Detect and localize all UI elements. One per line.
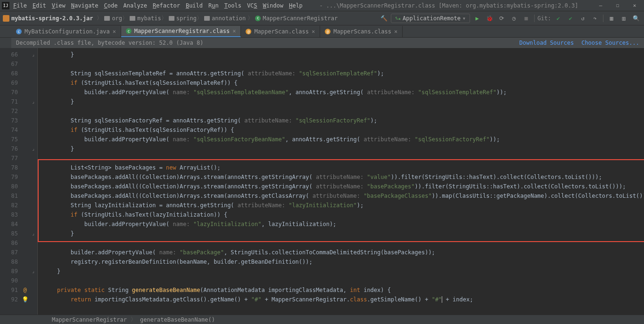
folder-icon — [104, 16, 110, 21]
line-number-gutter[interactable]: 6667686970717273747576777879808182838485… — [0, 48, 21, 315]
folder-icon — [169, 16, 174, 21]
profile-icon[interactable]: ◷ — [509, 15, 519, 22]
vcs-commit-icon[interactable]: ✔ — [565, 15, 576, 22]
window-maximize-icon[interactable]: ☐ — [610, 2, 625, 8]
status-class[interactable]: MapperScannerRegistrar — [52, 316, 127, 323]
menu-edit[interactable]: Edit — [31, 1, 48, 10]
menu-code[interactable]: Code — [102, 1, 120, 10]
selection-highlight — [38, 159, 644, 242]
navigation-bar: mybatis-spring-2.0.3.jar 〉org〉mybatis〉sp… — [0, 11, 644, 25]
breadcrumb-leaf[interactable]: MapperScannerRegistrar — [263, 15, 338, 22]
tab-label: MapperScan.class — [254, 28, 309, 35]
menu-file[interactable]: File — [11, 1, 29, 10]
window-minimize-icon[interactable]: — — [593, 2, 608, 8]
run-config-label: ApplicationRemote — [403, 15, 461, 22]
menu-refactor[interactable]: Refactor — [151, 1, 182, 10]
jar-icon — [3, 15, 9, 22]
class-icon: c — [255, 16, 261, 21]
code-editor[interactable]: 6667686970717273747576777879808182838485… — [0, 48, 644, 315]
editor-tab[interactable]: cMyBatisConfiguration.java× — [11, 26, 121, 37]
folder-icon — [204, 16, 210, 21]
stop-icon[interactable]: ■ — [521, 15, 531, 22]
download-sources-link[interactable]: Download Sources — [520, 40, 574, 46]
breadcrumb-segment[interactable]: mybatis — [137, 15, 161, 22]
settings-icon[interactable]: ▦ — [606, 15, 617, 22]
app-logo: IJ — [2, 2, 9, 9]
run-icon[interactable]: ▶ — [472, 15, 482, 22]
menu-analyze[interactable]: Analyze — [122, 1, 149, 10]
class-icon: c — [126, 28, 132, 34]
tab-close-icon[interactable]: × — [232, 28, 236, 34]
search-icon[interactable]: 🔍 — [631, 15, 641, 22]
icon-gutter[interactable]: @💡 — [21, 48, 29, 315]
menu-help[interactable]: Help — [287, 1, 305, 10]
tab-label: MapperScans.class — [333, 28, 391, 35]
git-label: Git: — [537, 15, 551, 22]
override-icon[interactable]: @ — [23, 287, 26, 293]
vcs-update-icon[interactable]: ✔ — [553, 15, 563, 22]
project-struct-icon[interactable]: ▥ — [619, 15, 629, 22]
intention-bulb-icon[interactable]: 💡 — [22, 296, 29, 303]
menu-bar: IJ File Edit View Navigate Code Analyze … — [0, 0, 644, 11]
tab-label: MyBatisConfiguration.java — [25, 28, 110, 35]
coverage-icon[interactable]: ⟳ — [496, 15, 507, 22]
status-bar: MapperScannerRegistrar 〉 generateBaseBea… — [0, 315, 644, 324]
menu-build[interactable]: Build — [184, 1, 205, 10]
breadcrumb-jar[interactable]: mybatis-spring-2.0.3.jar — [11, 15, 93, 22]
vcs-revert-icon[interactable]: ↷ — [590, 15, 600, 22]
code-area[interactable]: } String sqlSessionTemplateRef = annoAtt… — [38, 48, 644, 315]
tab-close-icon[interactable]: × — [312, 28, 315, 35]
breadcrumb-segment[interactable]: annotation — [212, 15, 246, 22]
class-icon: c — [16, 29, 22, 34]
menu-tools[interactable]: Tools — [223, 1, 243, 10]
editor-tabs: cMyBatisConfiguration.java×cMapperScanne… — [0, 25, 644, 38]
debug-icon[interactable]: 🐞 — [484, 15, 495, 22]
editor-tab[interactable]: @MapperScan.class× — [241, 26, 320, 37]
menu-view[interactable]: View — [50, 1, 67, 10]
annotation-icon: @ — [325, 29, 330, 34]
choose-sources-link[interactable]: Choose Sources... — [581, 40, 639, 46]
window-close-icon[interactable]: ✕ — [627, 2, 642, 8]
menu-navigate[interactable]: Navigate — [69, 1, 100, 10]
tab-close-icon[interactable]: × — [113, 28, 116, 35]
decompiled-banner: Decompiled .class file, bytecode version… — [11, 38, 644, 48]
breadcrumb-segment[interactable]: org — [112, 15, 122, 22]
chevron-down-icon: ▾ — [462, 15, 466, 22]
banner-text: Decompiled .class file, bytecode version… — [16, 40, 203, 46]
status-method[interactable]: generateBaseBeanName() — [140, 316, 215, 323]
breadcrumb-segment[interactable]: spring — [176, 15, 197, 22]
menu-vcs[interactable]: VCS — [245, 1, 259, 10]
window-title: - ...\MapperScannerRegistrar.class [Mave… — [306, 2, 591, 9]
tab-close-icon[interactable]: × — [394, 28, 397, 35]
editor-tab[interactable]: cMapperScannerRegistrar.class× — [121, 26, 241, 37]
build-hammer-icon[interactable]: 🔨 — [379, 15, 389, 22]
menu-run[interactable]: Run — [206, 1, 221, 10]
annotation-icon: @ — [246, 29, 251, 34]
vcs-history-icon[interactable]: ↺ — [578, 15, 588, 22]
folder-icon — [130, 16, 135, 21]
fold-gutter[interactable]: ⌟ ⌟ ⌟ ⌟ ⌟ — [29, 48, 38, 315]
menu-window[interactable]: Window — [261, 1, 285, 10]
run-configuration-dropdown[interactable]: ⮑ ApplicationRemote ▾ — [391, 14, 470, 23]
tab-label: MapperScannerRegistrar.class — [134, 28, 230, 34]
editor-tab[interactable]: @MapperScans.class× — [320, 26, 403, 37]
